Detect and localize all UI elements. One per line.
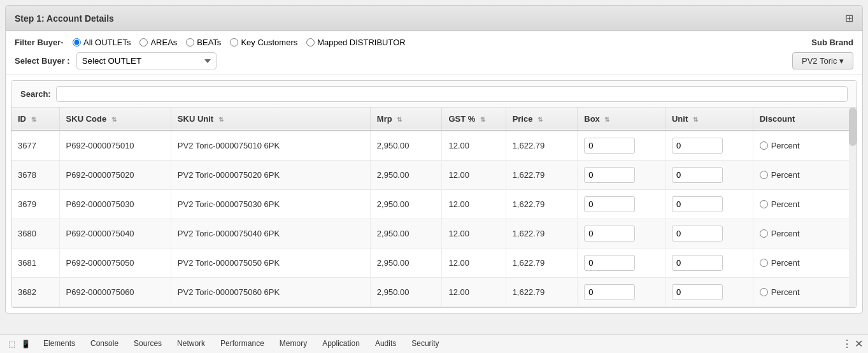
devtools-tab-sources[interactable]: Sources <box>126 336 169 352</box>
col-header-sku-unit[interactable]: SKU Unit ⇅ <box>171 108 370 131</box>
cell-mrp-2: 2,950.00 <box>370 190 442 219</box>
discount-radio-1[interactable] <box>760 171 768 179</box>
select-buyer-row: Select Buyer : Select OUTLET PV2 Toric ▾ <box>15 52 853 69</box>
devtools-tab-memory[interactable]: Memory <box>272 336 315 352</box>
box-input-4[interactable] <box>584 255 635 271</box>
box-input-1[interactable] <box>584 167 635 183</box>
box-input-3[interactable] <box>584 226 635 241</box>
search-label: Search: <box>20 89 51 99</box>
table-row: 3682 P692-0000075060 PV2 Toric-000007506… <box>11 278 857 307</box>
unit-input-5[interactable] <box>672 284 723 300</box>
cell-gst-2: 12.00 <box>442 190 506 219</box>
radio-areas[interactable]: AREAs <box>139 38 177 47</box>
unit-input-1[interactable] <box>672 167 723 183</box>
cell-id-1: 3678 <box>11 161 59 190</box>
col-header-sku-code[interactable]: SKU Code ⇅ <box>59 108 171 131</box>
sort-icon-mrp: ⇅ <box>397 116 402 123</box>
scrollbar-track[interactable] <box>849 108 857 307</box>
devtools-tabs: ElementsConsoleSourcesNetworkPerformance… <box>36 336 447 352</box>
unit-input-2[interactable] <box>672 196 723 212</box>
cell-sku-code-5: P692-0000075060 <box>59 278 171 307</box>
sort-icon-id: ⇅ <box>31 116 36 123</box>
cell-discount-1: Percent <box>753 161 857 190</box>
table-row: 3679 P692-0000075030 PV2 Toric-000007503… <box>11 190 857 219</box>
cell-sku-unit-1: PV2 Toric-0000075020 6PK <box>171 161 370 190</box>
cell-sku-code-2: P692-0000075030 <box>59 190 171 219</box>
radio-all-outlets[interactable]: All OUTLETs <box>73 38 131 47</box>
discount-radio-0[interactable] <box>760 141 768 150</box>
cell-box-1 <box>578 161 665 190</box>
discount-radio-2[interactable] <box>760 200 768 208</box>
cell-unit-3 <box>665 219 753 249</box>
cell-box-2 <box>578 190 665 219</box>
devtools-tab-network[interactable]: Network <box>169 336 213 352</box>
devtools-tab-security[interactable]: Security <box>404 336 446 352</box>
table-scroll[interactable]: ID ⇅ SKU Code ⇅ SKU Unit ⇅ Mrp <box>11 108 857 307</box>
filter-row: Filter Buyer- All OUTLETs AREAs BEATs Ke… <box>15 38 853 47</box>
col-header-unit[interactable]: Unit ⇅ <box>665 108 753 131</box>
box-input-5[interactable] <box>584 284 635 300</box>
box-input-2[interactable] <box>584 196 635 212</box>
col-header-mrp[interactable]: Mrp ⇅ <box>370 108 442 131</box>
search-input[interactable] <box>56 86 848 102</box>
devtools-tab-console[interactable]: Console <box>83 336 126 352</box>
cell-sku-unit-3: PV2 Toric-0000075040 6PK <box>171 219 370 249</box>
search-bar: Search: <box>11 81 857 108</box>
col-header-id[interactable]: ID ⇅ <box>11 108 59 131</box>
outlet-select[interactable]: Select OUTLET <box>76 52 217 69</box>
panel-icon[interactable]: ⊞ <box>845 12 853 24</box>
select-buyer-label: Select Buyer : <box>15 56 70 66</box>
devtools-tab-audits[interactable]: Audits <box>367 336 404 352</box>
radio-areas-input[interactable] <box>139 38 148 47</box>
cell-sku-code-0: P692-0000075010 <box>59 131 171 161</box>
devtools-icon-inspect[interactable]: ⬚ <box>5 338 18 350</box>
cell-sku-unit-4: PV2 Toric-0000075050 6PK <box>171 249 370 278</box>
sort-icon-unit: ⇅ <box>693 116 698 123</box>
col-header-discount[interactable]: Discount <box>753 108 857 131</box>
cell-discount-2: Percent <box>753 190 857 219</box>
radio-beats[interactable]: BEATs <box>186 38 221 47</box>
cell-id-4: 3681 <box>11 249 59 278</box>
devtools-right: ⋮ ✕ <box>842 338 863 350</box>
col-header-box[interactable]: Box ⇅ <box>578 108 665 131</box>
devtools-icon-device[interactable]: 📱 <box>19 338 32 350</box>
cell-id-5: 3682 <box>11 278 59 307</box>
unit-input-4[interactable] <box>672 255 723 271</box>
radio-key-customers-input[interactable] <box>230 38 238 47</box>
main-panel: Step 1: Account Details ⊞ Filter Buyer- … <box>5 5 863 313</box>
filter-label: Filter Buyer- <box>15 38 69 47</box>
scrollbar-thumb[interactable] <box>849 108 857 146</box>
devtools-tab-performance[interactable]: Performance <box>213 336 272 352</box>
radio-beats-input[interactable] <box>186 38 194 47</box>
cell-unit-5 <box>665 278 753 307</box>
devtools-close-icon[interactable]: ✕ <box>855 338 863 350</box>
cell-sku-unit-0: PV2 Toric-0000075010 6PK <box>171 131 370 161</box>
discount-radio-3[interactable] <box>760 229 768 238</box>
cell-mrp-0: 2,950.00 <box>370 131 442 161</box>
unit-input-0[interactable] <box>672 138 723 154</box>
cell-box-4 <box>578 249 665 278</box>
cell-discount-5: Percent <box>753 278 857 307</box>
discount-radio-5[interactable] <box>760 288 768 296</box>
cell-box-3 <box>578 219 665 249</box>
cell-box-5 <box>578 278 665 307</box>
discount-radio-4[interactable] <box>760 259 768 267</box>
sub-brand-label: Sub Brand <box>811 38 853 47</box>
discount-label-4: Percent <box>771 258 800 268</box>
devtools-more-icon[interactable]: ⋮ <box>842 338 852 350</box>
devtools-tab-elements[interactable]: Elements <box>36 336 83 352</box>
box-input-0[interactable] <box>584 138 635 154</box>
col-header-price[interactable]: Price ⇅ <box>506 108 578 131</box>
devtools-tab-application[interactable]: Application <box>315 336 367 352</box>
radio-mapped-distributor-input[interactable] <box>306 38 315 47</box>
sub-brand-button[interactable]: PV2 Toric ▾ <box>792 52 853 69</box>
table-container: Search: ID ⇅ SKU Code ⇅ <box>11 80 857 308</box>
unit-input-3[interactable] <box>672 226 723 241</box>
radio-all-outlets-input[interactable] <box>73 38 81 47</box>
radio-key-customers[interactable]: Key Customers <box>230 38 297 47</box>
cell-sku-code-4: P692-0000075050 <box>59 249 171 278</box>
sort-icon-gst: ⇅ <box>480 116 485 123</box>
col-header-gst[interactable]: GST % ⇅ <box>442 108 506 131</box>
cell-box-0 <box>578 131 665 161</box>
radio-mapped-distributor[interactable]: Mapped DISTRIBUTOR <box>306 38 405 47</box>
